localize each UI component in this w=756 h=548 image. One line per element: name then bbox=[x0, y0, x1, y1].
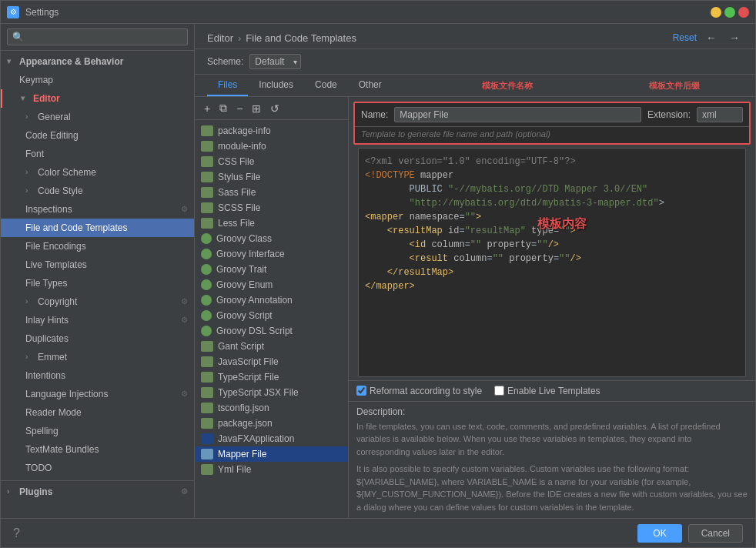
sidebar-item-file-encodings[interactable]: File Encodings bbox=[1, 237, 194, 256]
maximize-button[interactable] bbox=[724, 7, 735, 18]
tab-other[interactable]: Other bbox=[348, 75, 393, 96]
duplicate-button[interactable]: ⊞ bbox=[249, 101, 264, 116]
file-item-js[interactable]: JavaScript File bbox=[195, 354, 348, 369]
editor-area: Name: Extension: 模板内容 bbox=[349, 97, 755, 518]
sidebar-item-emmet[interactable]: › Emmet bbox=[1, 348, 194, 366]
code-line: PUBLIC "-//mybatis.org//DTD Mapper 3.0//… bbox=[365, 182, 739, 196]
sidebar-item-textmate[interactable]: TextMate Bundles bbox=[1, 440, 194, 459]
file-item-mapper[interactable]: Mapper File bbox=[195, 446, 348, 462]
breadcrumb-separator: › bbox=[238, 32, 241, 44]
file-item-sass[interactable]: Sass File bbox=[195, 185, 348, 200]
sidebar-item-intentions[interactable]: Intentions bbox=[1, 366, 194, 385]
sidebar-item-duplicates[interactable]: Duplicates bbox=[1, 329, 194, 348]
filename-input[interactable] bbox=[361, 129, 743, 139]
file-item-groovy-interface[interactable]: Groovy Interface bbox=[195, 246, 348, 262]
file-item-css[interactable]: CSS File bbox=[195, 154, 348, 169]
scheme-label: Scheme: bbox=[207, 56, 243, 67]
file-item-groovy-class[interactable]: Groovy Class bbox=[195, 231, 348, 246]
ok-button[interactable]: OK bbox=[637, 524, 681, 543]
remove-button[interactable]: − bbox=[233, 101, 246, 116]
name-input[interactable] bbox=[394, 107, 641, 122]
sidebar-item-keymap[interactable]: Keymap bbox=[1, 71, 194, 89]
file-item-less[interactable]: Less File bbox=[195, 216, 348, 231]
sidebar-item-file-code-templates[interactable]: File and Code Templates bbox=[1, 219, 194, 237]
back-button[interactable]: ← bbox=[703, 32, 720, 44]
expand-icon: › bbox=[25, 109, 35, 125]
sidebar-item-font[interactable]: Font bbox=[1, 145, 194, 163]
file-item-groovy-enum[interactable]: Groovy Enum bbox=[195, 277, 348, 292]
file-icon bbox=[201, 295, 212, 306]
file-item-module-info[interactable]: module-info bbox=[195, 139, 348, 154]
scheme-select-wrap: Default bbox=[249, 54, 301, 69]
scheme-select[interactable]: Default bbox=[249, 54, 301, 69]
main-content: ▾ Appearance & Behavior Keymap ▾ Editor … bbox=[1, 24, 755, 518]
tab-code[interactable]: Code bbox=[304, 75, 348, 96]
sidebar-item-copyright[interactable]: › Copyright ⚙ bbox=[1, 292, 194, 311]
sidebar-item-general[interactable]: › General bbox=[1, 108, 194, 126]
code-line: <mapper namespace=""> bbox=[365, 210, 739, 224]
reset-file-button[interactable]: ↺ bbox=[267, 101, 283, 116]
gear-icon: ⚙ bbox=[181, 312, 188, 328]
file-item-groovy-annotation[interactable]: Groovy Annotation bbox=[195, 292, 348, 308]
ext-input[interactable] bbox=[697, 107, 743, 122]
tab-files[interactable]: Files bbox=[207, 75, 248, 96]
search-input[interactable] bbox=[7, 28, 188, 45]
forward-button[interactable]: → bbox=[726, 32, 743, 44]
file-item-ts[interactable]: TypeScript File bbox=[195, 369, 348, 385]
annotation-name-label: 模板文件名称 bbox=[482, 80, 533, 92]
cancel-button[interactable]: Cancel bbox=[688, 524, 743, 543]
minimize-button[interactable] bbox=[711, 7, 721, 18]
sidebar-item-live-templates[interactable]: Live Templates bbox=[1, 256, 194, 274]
window-controls bbox=[711, 7, 749, 18]
expand-icon: ▾ bbox=[21, 91, 30, 106]
sidebar-item-code-style[interactable]: › Code Style bbox=[1, 182, 194, 200]
main-header: Editor › File and Code Templates Reset ←… bbox=[195, 24, 755, 49]
file-item-scss[interactable]: SCSS File bbox=[195, 200, 348, 216]
code-container: 模板内容 <?xml version="1.0" encoding="UTF-8… bbox=[353, 148, 751, 377]
sidebar-item-file-types[interactable]: File Types bbox=[1, 274, 194, 292]
close-button[interactable] bbox=[738, 7, 749, 18]
sidebar-item-todo[interactable]: TODO bbox=[1, 459, 194, 477]
file-icon bbox=[201, 141, 213, 152]
scheme-bar: Scheme: Default bbox=[195, 49, 755, 75]
bottom-buttons: OK Cancel bbox=[637, 524, 743, 543]
copy-button[interactable]: ⧉ bbox=[216, 100, 230, 116]
file-item-groovy-trait[interactable]: Groovy Trait bbox=[195, 262, 348, 277]
sidebar-item-spelling[interactable]: Spelling bbox=[1, 422, 194, 440]
code-editor[interactable]: <?xml version="1.0" encoding="UTF-8"?> <… bbox=[358, 148, 746, 377]
sidebar-item-editor[interactable]: ▾ Editor bbox=[1, 89, 194, 108]
gear-icon: ⚙ bbox=[181, 202, 188, 217]
file-list: package-info module-info CSS File S bbox=[195, 120, 348, 518]
file-item-package-json[interactable]: package.json bbox=[195, 416, 348, 431]
file-item-gant[interactable]: Gant Script bbox=[195, 339, 348, 354]
live-templates-checkbox-wrap: Enable Live Templates bbox=[494, 386, 600, 396]
desc-label: Description: bbox=[356, 406, 748, 417]
sidebar-item-inspections[interactable]: Inspections ⚙ bbox=[1, 200, 194, 219]
live-templates-checkbox[interactable] bbox=[494, 386, 504, 396]
sidebar-item-reader-mode[interactable]: Reader Mode bbox=[1, 403, 194, 422]
file-item-javafx[interactable]: JavaFXApplication bbox=[195, 431, 348, 446]
tab-includes[interactable]: Includes bbox=[248, 75, 304, 96]
file-item-yml[interactable]: Yml File bbox=[195, 462, 348, 477]
sidebar-item-inlay-hints[interactable]: Inlay Hints ⚙ bbox=[1, 311, 194, 329]
file-item-groovy-dsl[interactable]: Groovy DSL Script bbox=[195, 323, 348, 339]
sidebar-item-appearance-behavior[interactable]: ▾ Appearance & Behavior bbox=[1, 52, 194, 71]
code-line: </resultMap> bbox=[365, 266, 739, 279]
help-icon[interactable]: ? bbox=[13, 526, 20, 540]
add-button[interactable]: + bbox=[201, 101, 213, 116]
code-line: <?xml version="1.0" encoding="UTF-8"?> bbox=[365, 155, 739, 169]
reformat-label: Reformat according to style bbox=[370, 386, 482, 396]
file-item-tsconfig[interactable]: tsconfig.json bbox=[195, 400, 348, 416]
sidebar-item-plugins[interactable]: › Plugins ⚙ bbox=[1, 483, 194, 501]
file-item-tsx[interactable]: TypeScript JSX File bbox=[195, 385, 348, 400]
file-item-groovy-script[interactable]: Groovy Script bbox=[195, 308, 348, 323]
file-icon bbox=[201, 125, 213, 136]
sidebar-item-color-scheme[interactable]: › Color Scheme bbox=[1, 163, 194, 182]
file-item-stylus[interactable]: Stylus File bbox=[195, 169, 348, 185]
reset-button[interactable]: Reset bbox=[673, 32, 697, 44]
sidebar-item-code-editing[interactable]: Code Editing bbox=[1, 126, 194, 145]
sidebar-item-language-injections[interactable]: Language Injections ⚙ bbox=[1, 385, 194, 403]
file-item-package-info[interactable]: package-info bbox=[195, 123, 348, 139]
reformat-checkbox[interactable] bbox=[356, 386, 366, 396]
code-line: <result column="" property=""/> bbox=[365, 252, 739, 266]
